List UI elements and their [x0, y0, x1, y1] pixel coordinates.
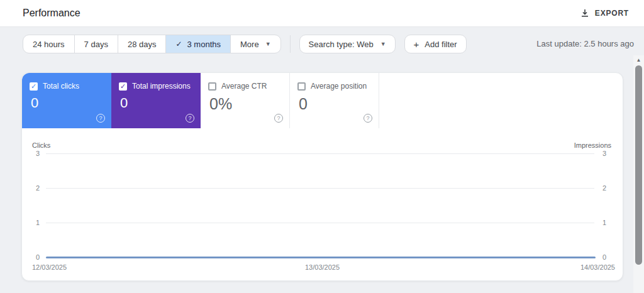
filter-divider — [290, 35, 291, 53]
metric-value: 0 — [120, 95, 193, 111]
x-axis-labels: 12/03/2025 13/03/2025 14/03/2025 — [22, 263, 623, 272]
metric-label: Average position — [311, 82, 367, 91]
gridline — [46, 223, 594, 223]
filter-row: 24 hours 7 days 28 days ✓ 3 months More … — [23, 35, 467, 53]
date-range-label: 7 days — [84, 40, 108, 49]
metric-card-average-ctr[interactable]: Average CTR 0% ? — [201, 73, 290, 128]
vertical-scrollbar[interactable]: ▲ — [633, 55, 644, 293]
metric-card-total-clicks[interactable]: ✓ Total clicks 0 ? — [22, 73, 111, 128]
date-range-group: 24 hours 7 days 28 days ✓ 3 months More … — [23, 35, 281, 53]
add-filter-label: Add filter — [425, 40, 457, 49]
date-range-7-days[interactable]: 7 days — [74, 35, 118, 53]
more-label: More — [240, 40, 259, 49]
add-filter-button[interactable]: + Add filter — [404, 35, 467, 53]
performance-panel: ✓ Total clicks 0 ? ✓ Total impressions 0… — [21, 72, 623, 281]
date-range-3-months[interactable]: ✓ 3 months — [165, 35, 230, 53]
metric-cards: ✓ Total clicks 0 ? ✓ Total impressions 0… — [22, 73, 623, 128]
metric-label: Total impressions — [132, 82, 191, 91]
search-type-dropdown[interactable]: Search type: Web ▼ — [299, 35, 396, 53]
help-icon[interactable]: ? — [186, 114, 194, 123]
header-bar: Performance EXPORT — [0, 0, 644, 27]
left-axis-tick: 0 — [22, 253, 40, 261]
scrollbar-thumb[interactable] — [635, 65, 642, 265]
right-axis-tick: 3 — [602, 150, 613, 157]
plus-icon: + — [414, 39, 419, 50]
export-label: EXPORT — [595, 9, 629, 18]
metric-value: 0 — [299, 95, 371, 113]
left-axis-tick: 1 — [22, 219, 40, 226]
gridline — [46, 153, 594, 154]
date-range-label: 28 days — [128, 40, 157, 49]
metric-label: Average CTR — [221, 82, 267, 91]
gridline-row: 1 1 — [22, 223, 623, 223]
metric-label: Total clicks — [43, 82, 79, 91]
right-axis-tick: 2 — [602, 184, 613, 192]
metric-value: 0 — [31, 95, 104, 111]
right-axis-tick: 1 — [602, 219, 613, 226]
date-range-28-days[interactable]: 28 days — [118, 35, 166, 53]
checkbox-average-position[interactable] — [297, 82, 306, 91]
checkbox-total-clicks[interactable]: ✓ — [30, 82, 38, 91]
export-button[interactable]: EXPORT — [580, 9, 629, 18]
performance-chart: Clicks Impressions 3 3 2 2 1 1 0 0 12/03… — [22, 128, 623, 280]
metric-card-average-position[interactable]: Average position 0 ? — [290, 73, 379, 128]
left-axis-tick: 2 — [22, 184, 40, 192]
download-icon — [580, 9, 589, 18]
gridline-row: 3 3 — [22, 153, 623, 154]
checkbox-average-ctr[interactable] — [208, 82, 216, 91]
right-axis-title: Impressions — [574, 141, 611, 149]
left-axis-tick: 3 — [22, 150, 40, 157]
date-range-label: 24 hours — [33, 40, 65, 49]
right-axis-tick: 0 — [602, 253, 613, 261]
metric-value: 0% — [209, 95, 282, 113]
last-update-text: Last update: 2.5 hours ago — [536, 39, 634, 48]
metric-card-total-impressions[interactable]: ✓ Total impressions 0 ? — [111, 73, 201, 128]
gridline-row: 2 2 — [22, 188, 623, 189]
check-icon: ✓ — [175, 40, 182, 48]
gridline — [46, 188, 594, 189]
date-range-24-hours[interactable]: 24 hours — [23, 35, 74, 53]
x-axis-date: 13/03/2025 — [22, 263, 623, 271]
help-icon[interactable]: ? — [274, 114, 283, 123]
date-range-label: 3 months — [187, 40, 221, 49]
left-axis-title: Clicks — [32, 141, 50, 149]
help-icon[interactable]: ? — [364, 114, 372, 123]
chevron-down-icon: ▼ — [265, 41, 271, 47]
page-title: Performance — [23, 8, 80, 19]
date-range-more-button[interactable]: More ▼ — [230, 35, 280, 53]
clicks-series-line[interactable] — [46, 257, 596, 258]
x-axis-date: 14/03/2025 — [580, 263, 615, 271]
search-type-label: Search type: Web — [309, 40, 374, 49]
chevron-down-icon: ▼ — [380, 41, 386, 47]
checkbox-total-impressions[interactable]: ✓ — [119, 82, 127, 91]
help-icon[interactable]: ? — [96, 114, 105, 123]
scroll-up-arrow-icon[interactable]: ▲ — [633, 57, 644, 64]
